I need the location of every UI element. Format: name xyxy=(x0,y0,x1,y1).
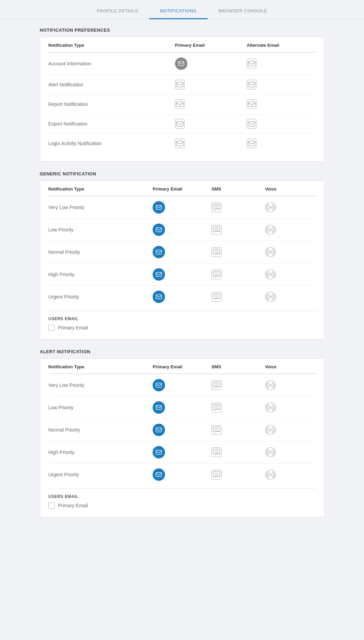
email-active-icon[interactable] xyxy=(153,201,165,214)
sms-icon[interactable] xyxy=(209,196,262,219)
svg-rect-15 xyxy=(156,228,162,232)
alt-email-icon[interactable] xyxy=(244,52,316,75)
voice-icon[interactable] xyxy=(262,374,316,397)
sms-icon[interactable] xyxy=(209,286,262,308)
table-row: Urgent Priority xyxy=(48,286,316,308)
sms-icon[interactable] xyxy=(209,241,262,263)
sms-icon[interactable] xyxy=(209,397,262,419)
sms-inactive-icon[interactable] xyxy=(211,225,222,235)
alert-primary-email-checkbox[interactable] xyxy=(48,502,55,509)
svg-rect-30 xyxy=(156,295,162,299)
notif-type-label: High Priority xyxy=(48,441,150,464)
sms-icon[interactable] xyxy=(209,441,262,464)
voice-icon[interactable] xyxy=(262,241,316,263)
email-inactive-icon[interactable] xyxy=(247,80,256,89)
voice-icon[interactable] xyxy=(262,263,316,286)
alt-email-icon[interactable] xyxy=(244,75,316,95)
email-active-icon[interactable] xyxy=(153,291,165,303)
primary-email-icon[interactable] xyxy=(150,397,209,419)
svg-point-24 xyxy=(269,251,271,253)
sms-icon[interactable] xyxy=(209,464,262,486)
email-active-icon[interactable] xyxy=(153,424,165,436)
sms-inactive-icon[interactable] xyxy=(211,425,222,435)
svg-rect-26 xyxy=(213,271,220,276)
primary-email-icon[interactable] xyxy=(172,134,244,153)
email-inactive-icon[interactable] xyxy=(175,80,185,89)
sms-inactive-icon[interactable] xyxy=(211,380,222,390)
primary-email-icon[interactable] xyxy=(150,219,209,241)
primary-email-icon[interactable] xyxy=(150,419,209,441)
voice-icon[interactable] xyxy=(262,219,316,241)
alt-email-icon[interactable] xyxy=(244,134,316,153)
voice-inactive-icon[interactable] xyxy=(265,425,276,435)
svg-point-59 xyxy=(269,474,271,476)
voice-icon[interactable] xyxy=(262,397,316,419)
table-row: Normal Priority xyxy=(48,419,316,441)
email-active-icon[interactable] xyxy=(153,246,165,258)
email-active-icon[interactable] xyxy=(153,224,165,236)
voice-icon[interactable] xyxy=(262,419,316,441)
email-inactive-icon[interactable] xyxy=(247,59,256,68)
voice-inactive-icon[interactable] xyxy=(265,247,276,257)
svg-rect-25 xyxy=(156,272,162,276)
primary-email-icon[interactable] xyxy=(150,286,209,308)
email-inactive-icon[interactable] xyxy=(175,139,185,148)
primary-email-icon[interactable] xyxy=(172,75,244,95)
voice-inactive-icon[interactable] xyxy=(265,292,276,302)
voice-inactive-icon[interactable] xyxy=(265,403,276,412)
voice-inactive-icon[interactable] xyxy=(265,225,276,235)
sms-inactive-icon[interactable] xyxy=(211,447,222,457)
notif-type-label: Urgent Priority xyxy=(48,464,150,486)
voice-inactive-icon[interactable] xyxy=(265,470,276,479)
email-active-icon[interactable] xyxy=(153,446,165,458)
email-active-icon[interactable] xyxy=(153,468,165,481)
primary-email-icon[interactable] xyxy=(150,196,209,219)
email-inactive-icon[interactable] xyxy=(175,99,185,109)
sms-inactive-icon[interactable] xyxy=(211,270,222,279)
tab-browser-console[interactable]: BROWSER CONSOLE xyxy=(208,3,278,19)
sms-inactive-icon[interactable] xyxy=(211,203,222,212)
primary-email-icon[interactable] xyxy=(172,52,244,75)
voice-inactive-icon[interactable] xyxy=(265,203,276,212)
voice-icon[interactable] xyxy=(262,286,316,308)
sms-icon[interactable] xyxy=(209,263,262,286)
svg-rect-3 xyxy=(248,82,255,87)
primary-email-icon[interactable] xyxy=(172,114,244,134)
voice-inactive-icon[interactable] xyxy=(265,447,276,457)
email-inactive-icon[interactable] xyxy=(247,99,256,109)
email-inactive-icon[interactable] xyxy=(247,119,256,129)
generic-primary-email-checkbox[interactable] xyxy=(48,325,55,331)
sms-inactive-icon[interactable] xyxy=(211,247,222,257)
tab-notifications[interactable]: NOTIFICATIONS xyxy=(149,3,208,19)
primary-email-icon[interactable] xyxy=(150,441,209,464)
alt-email-icon[interactable] xyxy=(244,114,316,134)
notif-type-label: Export Notification xyxy=(48,114,173,134)
primary-email-icon[interactable] xyxy=(150,241,209,263)
sms-inactive-icon[interactable] xyxy=(211,292,222,302)
tab-profile-details[interactable]: PROFILE DETAILS xyxy=(86,3,149,19)
sms-inactive-icon[interactable] xyxy=(211,470,222,479)
email-inactive-icon[interactable] xyxy=(175,119,185,129)
email-active-icon[interactable] xyxy=(153,401,165,414)
voice-inactive-icon[interactable] xyxy=(265,270,276,279)
email-active-icon[interactable] xyxy=(175,57,187,70)
sms-icon[interactable] xyxy=(209,374,262,397)
email-inactive-icon[interactable] xyxy=(247,139,256,148)
sms-icon[interactable] xyxy=(209,219,262,241)
voice-icon[interactable] xyxy=(262,196,316,219)
email-active-icon[interactable] xyxy=(153,379,165,391)
sms-icon[interactable] xyxy=(209,419,262,441)
voice-inactive-icon[interactable] xyxy=(265,380,276,390)
primary-email-icon[interactable] xyxy=(150,374,209,397)
primary-email-icon[interactable] xyxy=(172,95,244,114)
sms-inactive-icon[interactable] xyxy=(211,403,222,412)
voice-icon[interactable] xyxy=(262,441,316,464)
svg-rect-56 xyxy=(213,471,220,476)
svg-point-39 xyxy=(269,384,271,386)
table-row: Account Information xyxy=(48,52,316,75)
email-active-icon[interactable] xyxy=(153,268,165,281)
alt-email-icon[interactable] xyxy=(244,95,316,114)
voice-icon[interactable] xyxy=(262,464,316,486)
primary-email-icon[interactable] xyxy=(150,464,209,486)
primary-email-icon[interactable] xyxy=(150,263,209,286)
